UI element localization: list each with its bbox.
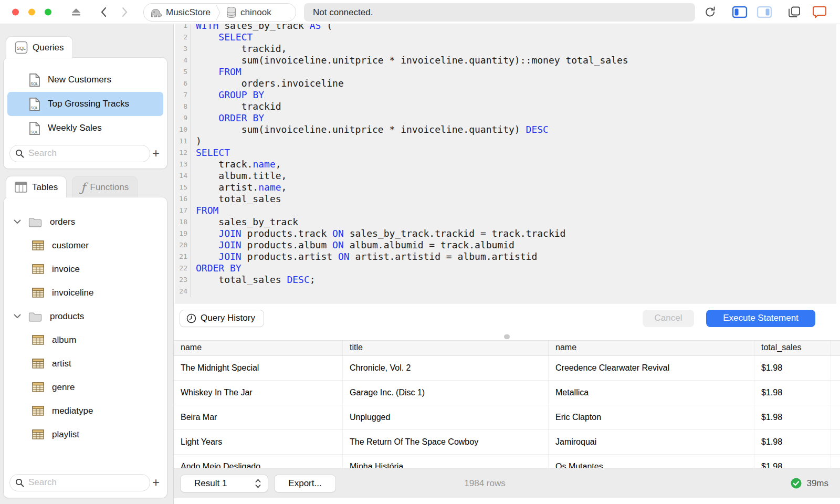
code-line[interactable]: 7 GROUP BY — [175, 89, 836, 101]
code-line[interactable]: 13 track.name, — [175, 159, 836, 170]
code-line[interactable]: 6 orders.invoiceline — [175, 78, 836, 89]
toggle-left-sidebar-icon[interactable] — [732, 6, 748, 18]
table-tree-item[interactable]: customer — [4, 234, 167, 257]
zoom-window-button[interactable] — [45, 9, 51, 16]
chevron-down-icon[interactable] — [14, 219, 21, 224]
table-cell[interactable]: $1.98 — [754, 430, 831, 454]
table-cell[interactable]: $1.98 — [754, 356, 831, 380]
code-line[interactable]: 3 trackid, — [175, 43, 836, 55]
table-tree-item[interactable]: genre — [4, 375, 167, 399]
table-cell[interactable]: Jamiroquai — [549, 430, 754, 454]
table-cell[interactable]: Unplugged — [343, 405, 549, 429]
table-icon — [32, 429, 44, 439]
table-cell[interactable]: Chronicle, Vol. 2 — [343, 356, 549, 380]
tables-search-field[interactable] — [9, 474, 150, 491]
result-selector[interactable]: Result 1 — [180, 475, 268, 492]
code-line[interactable]: 14 album.title, — [175, 170, 836, 182]
code-line[interactable]: 8 trackid — [175, 101, 836, 112]
table-row[interactable]: Beira MarUnpluggedEric Clapton$1.98 — [174, 405, 840, 430]
table-row[interactable]: The Midnight SpecialChronicle, Vol. 2Cre… — [174, 356, 840, 381]
forward-icon[interactable] — [122, 7, 128, 17]
queries-search-field[interactable] — [9, 145, 150, 162]
refresh-icon[interactable] — [704, 6, 717, 18]
breadcrumb-database[interactable]: chinook — [226, 6, 271, 19]
code-line[interactable]: 11) — [175, 135, 836, 147]
query-history-button[interactable]: Query History — [180, 310, 264, 327]
code-line[interactable]: 20 JOIN products.album ON album.albumid … — [175, 239, 836, 251]
results-splitter[interactable] — [174, 333, 840, 340]
table-cell[interactable]: Creedence Clearwater Revival — [549, 356, 754, 380]
table-cell[interactable]: Minha História — [343, 455, 549, 468]
table-tree-item[interactable]: artist — [4, 352, 167, 375]
code-line[interactable]: 22ORDER BY — [175, 262, 836, 274]
schema-folder-item[interactable]: orders — [4, 210, 167, 234]
code-line[interactable]: 18 sales_by_track — [175, 216, 836, 228]
table-tree-item[interactable]: invoiceline — [4, 281, 167, 304]
query-item[interactable]: SQLTop Grossing Tracks — [7, 92, 163, 116]
minimize-window-button[interactable] — [28, 9, 35, 16]
table-cell[interactable]: Metallica — [549, 381, 754, 405]
code-line[interactable]: 4 sum(invoiceline.unitprice * invoicelin… — [175, 55, 836, 66]
code-line[interactable]: 12SELECT — [175, 147, 836, 159]
add-table-button[interactable]: + — [150, 475, 162, 490]
table-cell[interactable]: Whiskey In The Jar — [174, 381, 343, 405]
chat-bubble-icon[interactable] — [813, 5, 827, 18]
table-row[interactable]: Ando Meio DesligadoMinha HistóriaOs Muta… — [174, 455, 840, 468]
tab-tables[interactable]: Tables — [6, 176, 66, 198]
table-cell[interactable]: $1.98 — [754, 455, 831, 468]
table-cell[interactable]: Beira Mar — [174, 405, 343, 429]
execute-statement-button[interactable]: Execute Statement — [706, 310, 815, 327]
code-line[interactable]: 10 sum(invoiceline.unitprice * invoiceli… — [175, 124, 836, 135]
back-icon[interactable] — [100, 7, 107, 17]
sql-editor[interactable]: 1WITH sales_by_track AS (2 SELECT3 track… — [175, 24, 836, 303]
add-query-button[interactable]: + — [150, 146, 162, 161]
column-header[interactable]: name — [549, 341, 754, 355]
query-item[interactable]: SQLNew Customers — [7, 68, 163, 92]
table-tree-item[interactable]: playlist — [4, 423, 167, 440]
schema-folder-item[interactable]: products — [4, 304, 167, 328]
code-line[interactable]: 1WITH sales_by_track AS ( — [175, 24, 836, 32]
table-cell[interactable]: $1.98 — [754, 381, 831, 405]
table-row[interactable]: Whiskey In The JarGarage Inc. (Disc 1)Me… — [174, 381, 840, 405]
code-line[interactable]: 19 JOIN products.track ON sales_by_track… — [175, 228, 836, 239]
tab-queries[interactable]: SQL Queries — [6, 37, 72, 58]
code-line[interactable]: 15 artist.name, — [175, 182, 836, 193]
table-cell[interactable]: The Midnight Special — [174, 356, 343, 380]
query-item[interactable]: SQLWeekly Sales — [7, 116, 163, 140]
table-cell[interactable]: $1.98 — [754, 405, 831, 429]
column-header[interactable]: name — [174, 341, 343, 355]
table-cell[interactable]: Garage Inc. (Disc 1) — [343, 381, 549, 405]
export-button[interactable]: Export... — [274, 475, 336, 492]
code-line[interactable]: 2 SELECT — [175, 32, 836, 43]
code-line[interactable]: 23 total_sales DESC; — [175, 274, 836, 286]
table-cell[interactable]: Ando Meio Desligado — [174, 455, 343, 468]
breadcrumb-server[interactable]: MusicStore — [149, 7, 211, 18]
tables-search-input[interactable] — [28, 477, 144, 488]
code-line[interactable]: 21 JOIN products.artist ON artist.artist… — [175, 251, 836, 262]
splitter-handle[interactable] — [504, 334, 510, 339]
toggle-right-sidebar-icon[interactable] — [757, 6, 772, 18]
table-cell[interactable]: Eric Clapton — [549, 405, 754, 429]
code-line[interactable]: 5 FROM — [175, 66, 836, 78]
code-line[interactable]: 24 — [175, 286, 836, 297]
tab-functions[interactable]: ƒ Functions — [72, 176, 138, 198]
table-tree-item[interactable]: mediatype — [4, 399, 167, 423]
table-cell[interactable]: Os Mutantes — [549, 455, 754, 468]
queries-search-input[interactable] — [28, 148, 144, 159]
column-header[interactable]: title — [343, 341, 549, 355]
table-cell-filler — [831, 405, 840, 429]
eject-icon[interactable] — [70, 8, 82, 16]
chevron-down-icon[interactable] — [14, 314, 21, 319]
close-window-button[interactable] — [12, 9, 19, 16]
table-cell[interactable]: The Return Of The Space Cowboy — [343, 430, 549, 454]
column-header[interactable]: total_sales — [754, 341, 831, 355]
cancel-button[interactable]: Cancel — [643, 310, 694, 327]
table-tree-item[interactable]: album — [4, 328, 167, 352]
table-row[interactable]: Light YearsThe Return Of The Space Cowbo… — [174, 430, 840, 455]
table-tree-item[interactable]: invoice — [4, 257, 167, 281]
code-line[interactable]: 16 total_sales — [175, 193, 836, 205]
code-line[interactable]: 17FROM — [175, 205, 836, 216]
table-cell[interactable]: Light Years — [174, 430, 343, 454]
windows-icon[interactable] — [788, 6, 801, 18]
code-line[interactable]: 9 ORDER BY — [175, 112, 836, 124]
